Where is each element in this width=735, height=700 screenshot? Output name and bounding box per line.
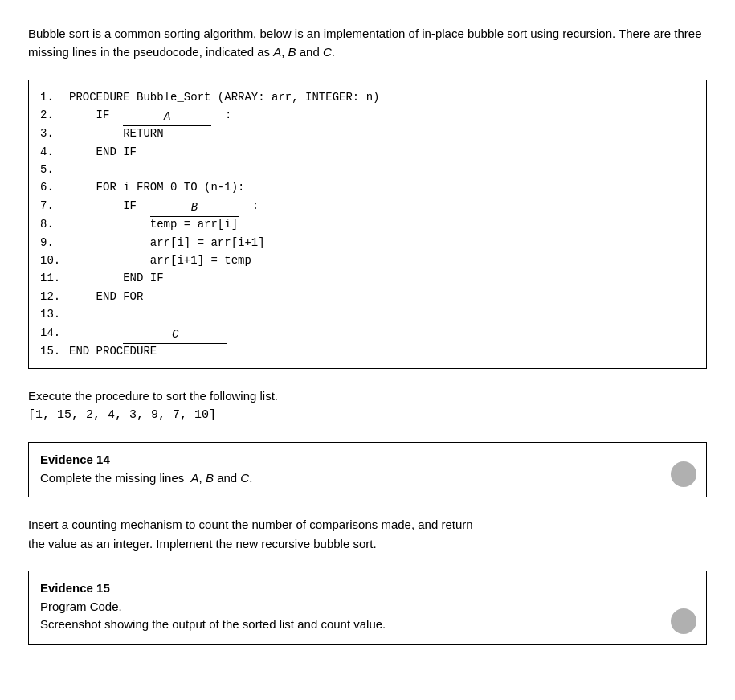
code-content-7: IF B :	[69, 197, 695, 215]
code-content-2: IF A :	[69, 106, 695, 125]
line-num-8: 8.	[40, 215, 69, 233]
line-num-1: 1.	[40, 88, 69, 106]
line-num-10: 10.	[40, 252, 69, 269]
label-c: C	[323, 45, 332, 59]
code-content-9: arr[i] = arr[i+1]	[69, 234, 695, 252]
code-box: 1. PROCEDURE Bubble_Sort (ARRAY: arr, IN…	[28, 80, 707, 370]
line-num-2: 2.	[40, 106, 69, 124]
code-content-12: END FOR	[69, 288, 695, 305]
execute-line2: [1, 15, 2, 4, 3, 9, 7, 10]	[28, 406, 707, 424]
code-line-13: 13.	[40, 305, 695, 323]
line-num-12: 12.	[40, 288, 69, 305]
code-line-9: 9. arr[i] = arr[i+1]	[40, 234, 695, 252]
there-word: There	[619, 27, 650, 40]
line-num-4: 4.	[40, 143, 69, 161]
code-content-5	[69, 161, 695, 178]
code-content-10: arr[i+1] = temp	[69, 252, 695, 269]
code-line-4: 4. END IF	[40, 143, 695, 161]
code-content-4: END IF	[69, 143, 695, 161]
line-num-6: 6.	[40, 178, 69, 196]
code-line-3: 3. RETURN	[40, 125, 695, 142]
evidence-14-body: Complete the missing lines A, B and C.	[40, 469, 695, 488]
evidence-15-body: Program Code. Screenshot showing the out…	[40, 598, 695, 634]
code-line-6: 6. FOR i FROM 0 TO (n-1):	[40, 178, 695, 196]
code-content-8: temp = arr[i]	[69, 215, 695, 233]
evidence-15-title: Evidence 15	[40, 581, 695, 595]
insert-line2: the value as an integer. Implement the n…	[28, 534, 707, 553]
code-line-5: 5.	[40, 161, 695, 178]
execute-section: Execute the procedure to sort the follow…	[28, 387, 707, 424]
code-line-14: 14. C	[40, 324, 695, 342]
line-num-3: 3.	[40, 125, 69, 142]
evidence-15-body-line1: Program Code.	[40, 598, 695, 616]
evidence-15-box: Evidence 15 Program Code. Screenshot sho…	[28, 571, 707, 645]
line-num-5: 5.	[40, 161, 69, 178]
var-a: A	[123, 108, 211, 126]
line-num-14: 14.	[40, 324, 69, 342]
code-content-14: C	[69, 324, 695, 342]
code-line-11: 11. END IF	[40, 269, 695, 287]
code-content-1: PROCEDURE Bubble_Sort (ARRAY: arr, INTEG…	[69, 88, 695, 106]
var-c: C	[123, 325, 227, 344]
insert-line1: Insert a counting mechanism to count the…	[28, 515, 707, 534]
code-line-7: 7. IF B :	[40, 197, 695, 215]
code-content-15: END PROCEDURE	[69, 342, 695, 360]
ev14-label-a: A	[191, 471, 199, 485]
evidence-15-body-line2: Screenshot showing the output of the sor…	[40, 616, 695, 634]
label-a: A	[273, 45, 281, 59]
execute-line1: Execute the procedure to sort the follow…	[28, 387, 707, 405]
evidence-14-box: Evidence 14 Complete the missing lines A…	[28, 442, 707, 498]
line-num-13: 13.	[40, 305, 69, 323]
ev14-label-b: B	[206, 471, 214, 485]
line-num-15: 15.	[40, 342, 69, 360]
line-num-7: 7.	[40, 197, 69, 215]
code-content-3: RETURN	[69, 125, 695, 142]
code-line-10: 10. arr[i+1] = temp	[40, 252, 695, 269]
code-line-15: 15. END PROCEDURE	[40, 342, 695, 360]
code-line-12: 12. END FOR	[40, 288, 695, 305]
ev14-label-c: C	[240, 471, 249, 485]
line-num-9: 9.	[40, 234, 69, 252]
evidence-15-button[interactable]	[671, 608, 696, 634]
label-b: B	[288, 45, 296, 59]
evidence-14-title: Evidence 14	[40, 452, 695, 466]
code-line-8: 8. temp = arr[i]	[40, 215, 695, 233]
intro-paragraph: Bubble sort is a common sorting algorith…	[28, 24, 707, 62]
code-content-6: FOR i FROM 0 TO (n-1):	[69, 178, 695, 196]
var-b: B	[150, 199, 239, 217]
code-line-2: 2. IF A :	[40, 106, 695, 125]
insert-section: Insert a counting mechanism to count the…	[28, 515, 707, 553]
code-content-11: END IF	[69, 269, 695, 287]
code-line-1: 1. PROCEDURE Bubble_Sort (ARRAY: arr, IN…	[40, 88, 695, 106]
code-content-13	[69, 305, 695, 323]
line-num-11: 11.	[40, 269, 69, 287]
